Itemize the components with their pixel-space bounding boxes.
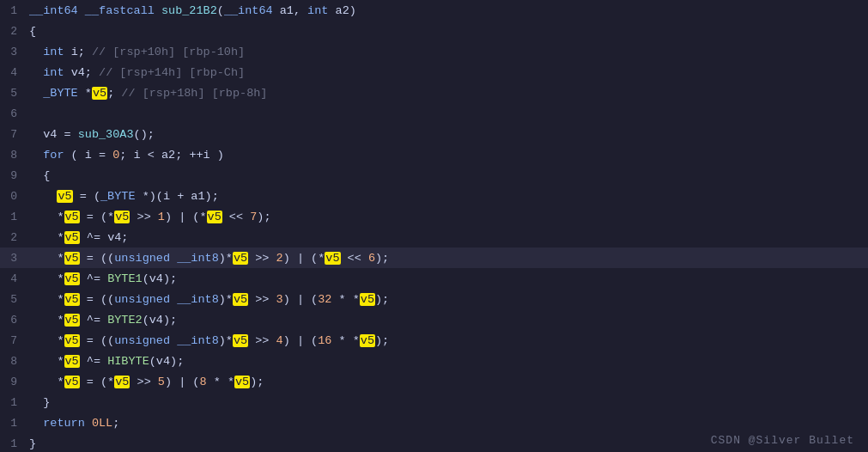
- line-21: 1 return 0LL;: [0, 412, 868, 433]
- line-8: 8 for ( i = 0; i < a2; ++i ): [0, 144, 868, 165]
- line-15: 5 *v5 = ((unsigned __int8)*v5 >> 3) | (3…: [0, 289, 868, 309]
- line-19: 9 *v5 = (*v5 >> 5) | (8 * *v5);: [0, 371, 868, 392]
- line-13: 3 *v5 = ((unsigned __int8)*v5 >> 2) | (*…: [0, 247, 868, 268]
- line-number: 9: [0, 169, 24, 182]
- line-content: _BYTE *v5; // [rsp+18h] [rbp-8h]: [24, 87, 868, 100]
- line-number: 1: [0, 396, 24, 409]
- line-number: 2: [0, 25, 24, 38]
- line-number: 1: [0, 211, 24, 223]
- line-number: 2: [0, 231, 24, 244]
- line-20: 1 }: [0, 392, 868, 412]
- line-number: 8: [0, 149, 24, 162]
- line-7: 7 v4 = sub_30A3();: [0, 124, 868, 144]
- line-17: 7 *v5 = ((unsigned __int8)*v5 >> 4) | (1…: [0, 330, 868, 351]
- line-number: 3: [0, 46, 24, 58]
- line-number: 3: [0, 252, 24, 265]
- line-number: 7: [0, 128, 24, 141]
- line-content: int v4; // [rsp+14h] [rbp-Ch]: [24, 66, 868, 79]
- line-content: __int64 __fastcall sub_21B2(__int64 a1, …: [24, 4, 868, 17]
- line-content: v4 = sub_30A3();: [24, 128, 868, 141]
- line-number: 4: [0, 66, 24, 79]
- line-16: 6 *v5 ^= BYTE2(v4);: [0, 309, 868, 330]
- line-content: *v5 = ((unsigned __int8)*v5 >> 2) | (*v5…: [24, 252, 868, 265]
- line-number: 6: [0, 314, 24, 327]
- line-content: *v5 = ((unsigned __int8)*v5 >> 4) | (16 …: [24, 334, 868, 347]
- line-number: 4: [0, 272, 24, 285]
- line-number: 1: [0, 437, 24, 450]
- line-content: *v5 ^= BYTE1(v4);: [24, 272, 868, 285]
- line-content: *v5 = (*v5 >> 5) | (8 * *v5);: [24, 376, 868, 388]
- line-content: return 0LL;: [24, 417, 868, 430]
- line-2: 2 {: [0, 21, 868, 41]
- line-content: *v5 ^= BYTE2(v4);: [24, 314, 868, 327]
- line-content: *v5 ^= v4;: [24, 231, 868, 244]
- watermark: CSDN @Silver Bullet: [711, 434, 854, 447]
- line-number: 9: [0, 376, 24, 388]
- line-number: 6: [0, 107, 24, 120]
- line-3: 3 int i; // [rsp+10h] [rbp-10h]: [0, 41, 868, 62]
- line-number: 5: [0, 87, 24, 100]
- line-number: 0: [0, 190, 24, 203]
- line-content: {: [24, 169, 868, 182]
- line-content: for ( i = 0; i < a2; ++i ): [24, 149, 868, 162]
- line-content: int i; // [rsp+10h] [rbp-10h]: [24, 46, 868, 58]
- line-6: 6: [0, 103, 868, 124]
- line-number: 7: [0, 334, 24, 347]
- line-content: [24, 107, 868, 120]
- line-content: }: [24, 396, 868, 409]
- line-11: 1 *v5 = (*v5 >> 1) | (*v5 << 7);: [0, 206, 868, 227]
- line-number: 5: [0, 293, 24, 306]
- line-1: 1 __int64 __fastcall sub_21B2(__int64 a1…: [0, 0, 868, 21]
- line-9: 9 {: [0, 165, 868, 186]
- code-view: 1 __int64 __fastcall sub_21B2(__int64 a1…: [0, 0, 868, 452]
- line-5: 5 _BYTE *v5; // [rsp+18h] [rbp-8h]: [0, 82, 868, 103]
- line-18: 8 *v5 ^= HIBYTE(v4);: [0, 351, 868, 371]
- line-14: 4 *v5 ^= BYTE1(v4);: [0, 268, 868, 289]
- line-number: 1: [0, 4, 24, 17]
- line-10: 0 v5 = (_BYTE *)(i + a1);: [0, 186, 868, 206]
- line-12: 2 *v5 ^= v4;: [0, 227, 868, 247]
- line-number: 1: [0, 417, 24, 430]
- line-content: v5 = (_BYTE *)(i + a1);: [24, 190, 868, 203]
- line-4: 4 int v4; // [rsp+14h] [rbp-Ch]: [0, 62, 868, 82]
- line-content: *v5 = ((unsigned __int8)*v5 >> 3) | (32 …: [24, 293, 868, 306]
- line-number: 8: [0, 355, 24, 368]
- line-content: *v5 ^= HIBYTE(v4);: [24, 355, 868, 368]
- line-content: *v5 = (*v5 >> 1) | (*v5 << 7);: [24, 211, 868, 223]
- line-content: {: [24, 25, 868, 38]
